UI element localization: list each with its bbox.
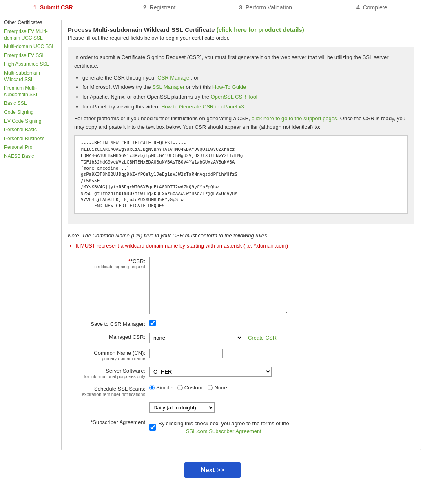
schedule-frequency-row: Daily (at midnight) — [68, 402, 414, 413]
csr-line-8: /MYsKBV4GjjytxR3PgxWT06XFqnEt40RDTJ2wd7k… — [81, 184, 401, 190]
managed-csr-label-text: Managed CSR: — [68, 334, 145, 340]
info-bullet-4: for cPanel, try viewing this video: How … — [82, 103, 408, 111]
info-bullets: generate the CSR through your CSR Manage… — [82, 74, 408, 111]
schedule-none-label: None — [215, 385, 227, 391]
managed-csr-row: Managed CSR: none Create CSR — [68, 333, 414, 343]
managed-csr-select[interactable]: none — [149, 333, 243, 343]
step-2-number: 2 — [143, 4, 146, 11]
csr-line-4: TGFib3JhdG9yeWVzLCBMTEMxEDAOBgNVBAsTB0V4… — [81, 159, 401, 165]
sidebar-item-enterprise-ev-multi[interactable]: Enterprise EV Multi-domain UCC SSL — [4, 29, 57, 41]
save-csr-label-text: Save to CSR Manager: — [68, 321, 145, 327]
schedule-custom-radio[interactable] — [177, 385, 183, 390]
schedule-ssl-row: Schedule SSL Scans: expiration reminder … — [68, 385, 414, 397]
step-3-label: Perform Validation — [246, 4, 292, 11]
schedule-custom-label: Custom — [184, 385, 203, 391]
product-details-link[interactable]: (click here for product details) — [217, 26, 304, 33]
save-csr-checkbox[interactable] — [149, 320, 156, 326]
sidebar-item-basic-ssl[interactable]: Basic SSL — [4, 100, 57, 107]
sidebar-item-premium-multi-subdomain[interactable]: Premium Multi-subdomain SSL — [4, 85, 57, 98]
server-software-label-text: Server Software: — [68, 368, 145, 374]
csr-line-11: -----END NEW CERTIFICATE REQUEST----- — [81, 203, 401, 209]
content-area: Process Multi-subdomain Wildcard SSL Cer… — [61, 20, 421, 450]
server-software-label: Server Software: for informational purpo… — [68, 367, 149, 379]
schedule-simple-radio[interactable] — [149, 385, 155, 390]
wildcard-rule: It MUST represent a wildcard domain name… — [76, 243, 414, 249]
subscriber-text-content: By clicking this check box, you agree to… — [158, 420, 289, 427]
cpanel-video-link[interactable]: How to Generate CSR in cPanel x3 — [161, 104, 244, 110]
subscriber-agreement-link[interactable]: SSL.com Subscriber Agreement — [158, 427, 289, 435]
sidebar-item-personal-basic[interactable]: Personal Basic — [4, 127, 57, 133]
create-csr-link[interactable]: Create CSR — [248, 335, 277, 341]
subscriber-text: By clicking this check box, you agree to… — [158, 420, 289, 435]
button-row: Next >> — [0, 462, 425, 486]
schedule-custom-option: Custom — [177, 385, 203, 391]
common-name-control — [149, 349, 414, 358]
common-name-label-text: Common Name (CN): — [68, 350, 145, 356]
sidebar-item-naesb-basic[interactable]: NAESB Basic — [4, 153, 57, 160]
csr-sublabel: certificate signing request — [68, 264, 145, 269]
common-name-sublabel: primary domain name — [68, 356, 145, 361]
schedule-spacer — [68, 402, 149, 413]
step-3-number: 3 — [239, 4, 242, 11]
managed-csr-label: Managed CSR: — [68, 333, 149, 340]
server-software-sublabel: for informational purposes only — [68, 374, 145, 379]
wizard-step-registrant[interactable]: 2 Registrant — [106, 4, 213, 11]
save-csr-row: Save to CSR Manager: — [68, 320, 414, 327]
server-software-control: OTHER — [149, 367, 414, 377]
main-container: Other Certificates Enterprise EV Multi-d… — [0, 15, 425, 454]
subscriber-agreement-row: *Subscriber Agreement By clicking this c… — [68, 418, 414, 435]
subscriber-checkbox[interactable] — [149, 424, 156, 431]
sidebar-item-high-assurance[interactable]: High Assurance SSL — [4, 61, 57, 68]
subscriber-label: *Subscriber Agreement — [68, 418, 149, 425]
sidebar-item-code-signing[interactable]: Code Signing — [4, 109, 57, 116]
ssl-manager-link[interactable]: SSL Manager — [152, 84, 184, 90]
csr-line-3: EQMA4GA1UEBxMHSG91c3RvbjEpMCcGA1UEChMgU2… — [81, 153, 401, 159]
csr-label: **CSR: certificate signing request — [68, 257, 149, 269]
sidebar-item-personal-business[interactable]: Personal Business — [4, 136, 57, 142]
save-csr-label: Save to CSR Manager: — [68, 320, 149, 327]
csr-line-10: V7VB4cjEAhRFFKjEGjuJcPUSXUMB85RYyGpSrw== — [81, 197, 401, 203]
schedule-none-option: None — [208, 385, 227, 391]
csr-note: Note: The Common Name (CN) field in your… — [68, 232, 414, 239]
step-2-label: Registrant — [150, 4, 176, 11]
csr-line-7: /+5Ks5E — [81, 178, 401, 184]
openssl-csr-tool-link[interactable]: OpenSSL CSR Tool — [211, 94, 257, 100]
page-title-text: Process Multi-subdomain Wildcard SSL Cer… — [68, 26, 215, 33]
schedule-frequency-select[interactable]: Daily (at midnight) — [149, 402, 215, 413]
csr-line-6: gsPa9X3F8h82UJDqg9bZ+fPQely1JeEg1sVJW2sT… — [81, 171, 401, 177]
sidebar-item-ev-code-signing[interactable]: EV Code Signing — [4, 118, 57, 125]
managed-csr-control: none Create CSR — [149, 333, 414, 343]
server-software-row: Server Software: for informational purpo… — [68, 367, 414, 379]
next-button[interactable]: Next >> — [184, 462, 241, 478]
sidebar-item-enterprise-ev[interactable]: Enterprise EV SSL — [4, 53, 57, 59]
wizard-steps: 1 Submit CSR 2 Registrant 3 Perform Vali… — [0, 0, 425, 15]
subscriber-checkbox-row: By clicking this check box, you agree to… — [149, 420, 289, 435]
sidebar: Other Certificates Enterprise EV Multi-d… — [4, 20, 61, 450]
schedule-ssl-control: Simple Custom None — [149, 385, 414, 391]
subscriber-control: By clicking this check box, you agree to… — [149, 418, 414, 435]
csr-control-area — [149, 257, 414, 314]
how-to-guide-link[interactable]: How-To Guide — [212, 84, 246, 90]
wizard-step-submit-csr[interactable]: 1 Submit CSR — [0, 4, 106, 11]
sidebar-item-multidomain-ucc[interactable]: Multi-domain UCC SSL — [4, 44, 57, 50]
common-name-input[interactable] — [149, 349, 223, 358]
support-pages-link[interactable]: click here to go to the support pages. — [252, 115, 339, 122]
csr-manager-link[interactable]: CSR Manager — [157, 75, 191, 81]
sidebar-item-personal-pro[interactable]: Personal Pro — [4, 144, 57, 151]
common-name-row: Common Name (CN): primary domain name — [68, 349, 414, 361]
schedule-none-radio[interactable] — [208, 385, 213, 390]
step-1-number: 1 — [33, 4, 37, 11]
csr-textarea[interactable] — [149, 257, 288, 314]
csr-line-1: -----BEGIN NEW CERTIFICATE REQUEST----- — [81, 140, 401, 146]
wizard-step-complete[interactable]: 4 Complete — [319, 4, 425, 11]
schedule-ssl-label-text: Schedule SSL Scans: — [68, 386, 145, 392]
sidebar-item-multi-subdomain-wildcard[interactable]: Multi-subdomain Wildcard SSL — [4, 70, 57, 83]
schedule-ssl-sublabel: expiration reminder notifications — [68, 392, 145, 397]
step-1-label: Submit CSR — [40, 4, 73, 11]
step-4-label: Complete — [363, 4, 387, 11]
common-name-label: Common Name (CN): primary domain name — [68, 349, 149, 361]
wizard-step-perform-validation[interactable]: 3 Perform Validation — [212, 4, 319, 11]
server-software-select[interactable]: OTHER — [149, 367, 272, 377]
step-4-number: 4 — [356, 4, 360, 11]
sidebar-title: Other Certificates — [4, 20, 57, 25]
